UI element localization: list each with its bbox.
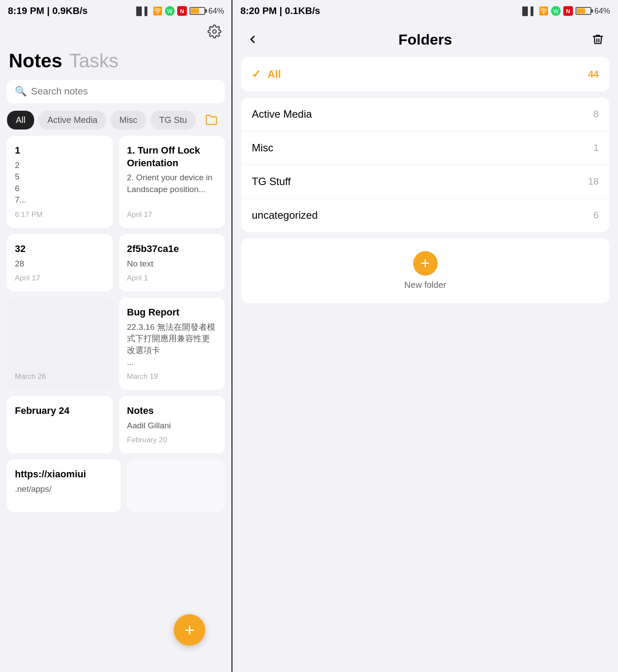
- right-panel: 8:20 PM | 0.1KB/s ▐▌▌ 🛜 W N 64% Folders: [232, 0, 618, 672]
- folder-item-all[interactable]: ✓ All 44: [241, 57, 609, 91]
- right-battery-indicator: 64%: [576, 7, 610, 16]
- note-card-2[interactable]: 1. Turn Off Lock Orientation 2. Orient y…: [119, 136, 225, 228]
- wifi-icon: 🛜: [153, 6, 162, 16]
- folder-group: Active Media 8 Misc 1 TG Stuff 18 uncate…: [241, 98, 609, 232]
- note-title-9: https://xiaomiui: [15, 468, 113, 481]
- folder-count-tg-stuff: 18: [588, 176, 599, 187]
- note-card-7[interactable]: February 24: [7, 396, 113, 453]
- right-whatsapp-icon: W: [551, 6, 561, 16]
- tab-notes[interactable]: Notes: [9, 50, 62, 72]
- note-card-empty: [127, 459, 225, 512]
- whatsapp-icon: W: [165, 6, 175, 16]
- folder-count-misc: 1: [593, 142, 599, 154]
- note-date-8: February 20: [127, 436, 217, 444]
- right-battery-pct: 64%: [594, 7, 610, 16]
- note-body-9: .net/apps/: [15, 483, 113, 503]
- note-body-7: [15, 420, 105, 445]
- folder-count-uncategorized: 6: [593, 210, 599, 221]
- right-wifi-icon: 🛜: [539, 6, 548, 16]
- notes-row-1: 1 2567... 6:17 PM 1. Turn Off Lock Orien…: [7, 136, 225, 228]
- note-body-6: 22.3.16 無法在開發者模式下打開應用兼容性更改選項卡...: [127, 322, 217, 368]
- folder-tab-misc[interactable]: Misc: [111, 111, 146, 130]
- note-body-2: 2. Orient your device in Landscape posit…: [127, 172, 217, 206]
- right-time: 8:20 PM | 0.1KB/s: [240, 5, 320, 17]
- notes-row-3: March 26 Bug Report 22.3.16 無法在開發者模式下打開應…: [7, 298, 225, 390]
- left-time: 8:19 PM | 0.9KB/s: [8, 5, 88, 17]
- right-status-bar: 8:20 PM | 0.1KB/s ▐▌▌ 🛜 W N 64%: [232, 0, 618, 22]
- note-date-1: 6:17 PM: [15, 210, 105, 219]
- netflix-icon: N: [177, 6, 187, 16]
- tab-row: Notes Tasks: [9, 50, 223, 72]
- note-title-8: Notes: [127, 405, 217, 417]
- battery-indicator: 64%: [190, 7, 224, 16]
- search-bar[interactable]: 🔍: [7, 80, 225, 103]
- folders-title: Folders: [398, 31, 452, 48]
- folder-name-uncategorized: uncategorized: [252, 209, 593, 221]
- note-date-4: April 1: [127, 274, 217, 283]
- note-title-6: Bug Report: [127, 306, 217, 319]
- note-date-2: April 17: [127, 210, 217, 219]
- right-status-icons: ▐▌▌ 🛜 W N 64%: [520, 6, 610, 16]
- note-body-5: [15, 306, 105, 368]
- settings-button[interactable]: [205, 22, 224, 41]
- folder-item-misc[interactable]: Misc 1: [241, 131, 609, 165]
- add-note-button[interactable]: +: [174, 614, 205, 646]
- folder-item-tg-stuff[interactable]: TG Stuff 18: [241, 165, 609, 199]
- note-card-1[interactable]: 1 2567... 6:17 PM: [7, 136, 113, 228]
- note-card-8[interactable]: Notes Aadil Gillani February 20: [119, 396, 225, 453]
- battery-fill: [191, 8, 199, 14]
- note-date-5: March 26: [15, 372, 105, 381]
- folder-tab-tg-stuff[interactable]: TG Stu: [151, 111, 196, 130]
- folder-name-active-media: Active Media: [252, 108, 593, 120]
- battery-icon: [190, 7, 205, 15]
- folder-tab-all[interactable]: All: [7, 111, 34, 130]
- right-battery-fill: [577, 8, 585, 14]
- notes-row-4: February 24 Notes Aadil Gillani February…: [7, 396, 225, 453]
- note-body-4: No text: [127, 258, 217, 270]
- folder-item-active-media[interactable]: Active Media 8: [241, 98, 609, 131]
- left-panel: 8:19 PM | 0.9KB/s ▐▌▌ 🛜 W N 64%: [0, 0, 232, 672]
- left-header: Notes Tasks: [0, 46, 232, 72]
- battery-pct: 64%: [208, 7, 224, 16]
- folder-item-uncategorized[interactable]: uncategorized 6: [241, 199, 609, 232]
- note-body-3: 28: [15, 258, 105, 270]
- tab-tasks[interactable]: Tasks: [69, 50, 118, 72]
- notes-list: 1 2567... 6:17 PM 1. Turn Off Lock Orien…: [0, 130, 232, 672]
- note-card-5[interactable]: March 26: [7, 298, 113, 390]
- left-status-bar: 8:19 PM | 0.9KB/s ▐▌▌ 🛜 W N 64%: [0, 0, 232, 22]
- add-icon: +: [185, 620, 195, 640]
- note-body-8: Aadil Gillani: [127, 420, 217, 432]
- note-date-6: March 19: [127, 372, 217, 381]
- all-folder-section: ✓ All 44: [232, 57, 618, 98]
- note-title-1: 1: [15, 144, 105, 157]
- folder-name-all: All: [267, 68, 588, 80]
- note-title-7: February 24: [15, 405, 105, 417]
- gear-row: [0, 22, 232, 46]
- left-status-icons: ▐▌▌ 🛜 W N 64%: [133, 6, 224, 16]
- note-card-4[interactable]: 2f5b37ca1e No text April 1: [119, 234, 225, 291]
- note-card-9[interactable]: https://xiaomiui .net/apps/: [7, 459, 121, 512]
- right-battery-icon: [576, 7, 591, 15]
- folder-count-active-media: 8: [593, 108, 599, 120]
- plus-icon: +: [421, 254, 430, 273]
- note-card-3[interactable]: 32 28 April 17: [7, 234, 113, 291]
- trash-button[interactable]: [588, 30, 607, 49]
- right-signal-icon: ▐▌▌: [520, 7, 536, 16]
- signal-icon: ▐▌▌: [133, 7, 150, 16]
- folder-name-tg-stuff: TG Stuff: [252, 175, 588, 188]
- check-icon: ✓: [252, 67, 261, 81]
- folder-tab-active-media[interactable]: Active Media: [39, 111, 106, 130]
- svg-point-0: [213, 30, 216, 33]
- note-title-4: 2f5b37ca1e: [127, 243, 217, 256]
- folder-tabs: All Active Media Misc TG Stu: [0, 103, 232, 130]
- search-input[interactable]: [31, 86, 217, 97]
- notes-row-2: 32 28 April 17 2f5b37ca1e No text April …: [7, 234, 225, 291]
- note-title-2: 1. Turn Off Lock Orientation: [127, 144, 217, 169]
- note-date-3: April 17: [15, 274, 105, 283]
- new-folder-icon: +: [413, 251, 438, 276]
- folder-icon-button[interactable]: [202, 110, 221, 130]
- new-folder-label: New folder: [404, 280, 446, 290]
- note-card-6[interactable]: Bug Report 22.3.16 無法在開發者模式下打開應用兼容性更改選項卡…: [119, 298, 225, 390]
- back-button[interactable]: [243, 30, 262, 49]
- new-folder-button[interactable]: + New folder: [241, 238, 609, 303]
